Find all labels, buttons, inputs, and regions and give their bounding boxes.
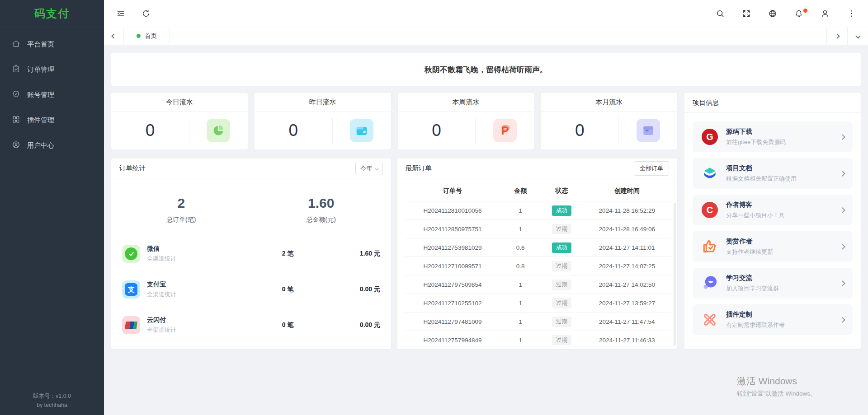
order-time: 2024-11-28 16:52:29 bbox=[583, 207, 671, 214]
topbar-right bbox=[715, 9, 856, 19]
link-title: 学习交流 bbox=[726, 274, 840, 282]
table-row[interactable]: H2024112710099571 0.8 过期 2024-11-27 14:0… bbox=[405, 256, 671, 275]
table-row[interactable]: H2024112850975751 1 过期 2024-11-28 16:49:… bbox=[405, 219, 671, 238]
quote-text: 秋阴不散霜飞晚，留得枯荷听雨声。 bbox=[425, 65, 547, 75]
sidebar-item-plugins[interactable]: 插件管理 bbox=[0, 107, 104, 133]
table-row[interactable]: H2024112810010056 1 成功 2024-11-28 16:52:… bbox=[405, 201, 671, 219]
order-amount: 1 bbox=[500, 318, 540, 325]
more-options-icon[interactable] bbox=[846, 9, 856, 19]
total-orders: 2 总订单(笔) bbox=[111, 196, 251, 224]
col-order-id: 订单号 bbox=[405, 187, 500, 195]
link-desc: 支持作者继续更新 bbox=[726, 248, 840, 256]
col-amount: 金额 bbox=[500, 187, 540, 195]
channel-row-wechat: 微信 全渠道统计 2 笔 1.60 元 bbox=[122, 239, 380, 268]
app-logo: 码支付 bbox=[0, 0, 104, 27]
stat-card-today: 今日流水 0 bbox=[111, 93, 248, 149]
table-scrollbar[interactable] bbox=[674, 203, 676, 345]
tabs-scroll-right-button[interactable] bbox=[826, 27, 847, 45]
order-amount: 1 bbox=[500, 337, 540, 344]
paypal-icon: PP bbox=[493, 119, 517, 142]
sidebar-item-orders[interactable]: 订单管理 bbox=[0, 57, 104, 82]
col-created: 创建时间 bbox=[583, 187, 671, 195]
channel-row-unionpay: 云闪付 全渠道统计 0 笔 0.00 元 bbox=[122, 311, 380, 340]
user-circle-icon bbox=[12, 140, 20, 150]
latest-orders-card: 最新订单 全部订单 订单号 金额 状态 创建时间 bbox=[397, 159, 677, 349]
stat-value: 0 bbox=[541, 121, 618, 140]
table-row[interactable]: H2024112797481009 1 过期 2024-11-27 11:47:… bbox=[405, 312, 671, 331]
refresh-icon[interactable] bbox=[141, 9, 151, 19]
sidebar-item-home[interactable]: 平台首页 bbox=[0, 32, 104, 57]
project-info-list: G 源码下载 前往gitee下载免费源码 bbox=[684, 113, 861, 345]
channel-desc: 全渠道统计 bbox=[147, 255, 245, 263]
topbar bbox=[104, 0, 868, 27]
order-amount: 1 bbox=[500, 207, 540, 214]
version-info: 版本号：v1.0.0 by techhaha bbox=[0, 392, 104, 410]
notifications-bell-icon[interactable] bbox=[794, 9, 804, 19]
sidebar-item-label: 用户中心 bbox=[27, 141, 54, 150]
plugin-icon bbox=[12, 115, 20, 125]
order-id: H2024112710099571 bbox=[405, 263, 500, 270]
stat-title: 本月流水 bbox=[541, 93, 677, 112]
link-learning-group[interactable]: 学习交流 加入项目学习交流群 bbox=[693, 268, 853, 298]
order-stats-card: 订单统计 今年 2 总订单(笔) bbox=[111, 159, 391, 349]
page-content: 秋阴不散霜飞晚，留得枯荷听雨声。 今日流水 0 bbox=[104, 45, 868, 415]
chat-icon bbox=[701, 274, 719, 292]
link-plugin-custom[interactable]: 插件定制 有定制需求请联系作者 bbox=[693, 304, 853, 335]
order-totals: 2 总订单(笔) 1.60 总金额(元) bbox=[111, 178, 391, 238]
status-badge: 过期 bbox=[552, 335, 571, 345]
status-badge: 过期 bbox=[552, 224, 571, 234]
col-status: 状态 bbox=[540, 187, 583, 195]
link-author-blog[interactable]: C 作者博客 分享一些小项目小工具 bbox=[693, 195, 853, 225]
stat-title: 昨日流水 bbox=[255, 93, 391, 112]
table-row[interactable]: H2024112710255102 1 过期 2024-11-27 13:59:… bbox=[405, 294, 671, 312]
tabs-menu-button[interactable] bbox=[847, 27, 868, 45]
version-author: by techhaha bbox=[0, 401, 104, 410]
order-id: H2024112757994849 bbox=[405, 337, 500, 344]
channel-stats-list: 微信 全渠道统计 2 笔 1.60 元 支 bbox=[111, 238, 391, 340]
total-orders-value: 2 bbox=[111, 196, 251, 211]
stat-card-yesterday: 昨日流水 0 bbox=[255, 93, 391, 149]
channel-amount: 1.60 元 bbox=[330, 250, 380, 258]
order-icon bbox=[12, 65, 20, 75]
user-profile-icon[interactable] bbox=[820, 9, 830, 19]
tab-label: 首页 bbox=[145, 32, 157, 40]
tabbar: 首页 bbox=[104, 27, 868, 45]
link-source-download[interactable]: G 源码下载 前往gitee下载免费源码 bbox=[693, 121, 853, 152]
link-project-docs[interactable]: 项目文档 根据文档相关配置正确使用 bbox=[693, 158, 853, 189]
order-stats-title: 订单统计 bbox=[119, 164, 146, 173]
channel-row-alipay: 支 支付宝 全渠道统计 0 笔 0.00 元 bbox=[122, 275, 380, 304]
table-row[interactable]: H2024112753981029 0.6 成功 2024-11-27 14:1… bbox=[405, 238, 671, 256]
order-amount: 1 bbox=[500, 281, 540, 288]
sidebar-item-accounts[interactable]: 账号管理 bbox=[0, 82, 104, 107]
status-badge: 过期 bbox=[552, 317, 571, 327]
project-info-panel: 项目信息 G 源码下载 前往gitee下载免费源码 bbox=[684, 93, 861, 349]
collapse-sidebar-icon[interactable] bbox=[116, 9, 126, 19]
channel-count: 0 笔 bbox=[245, 321, 330, 329]
total-amount-label: 总金额(元) bbox=[251, 216, 392, 224]
latest-orders-title: 最新订单 bbox=[406, 164, 432, 173]
stat-value: 0 bbox=[111, 121, 189, 140]
tab-home[interactable]: 首页 bbox=[124, 27, 170, 45]
total-amount-value: 1.60 bbox=[251, 196, 392, 211]
home-icon bbox=[12, 39, 20, 49]
tabs-scroll-left-button[interactable] bbox=[104, 27, 124, 45]
link-sponsor-author[interactable]: 赞赏作者 支持作者继续更新 bbox=[693, 231, 853, 262]
language-globe-icon[interactable] bbox=[768, 9, 778, 19]
order-time: 2024-11-27 13:59:27 bbox=[583, 300, 671, 307]
chevron-right-icon bbox=[840, 317, 845, 323]
fullscreen-icon[interactable] bbox=[741, 9, 751, 19]
gitee-icon: G bbox=[701, 128, 719, 146]
channel-amount: 0.00 元 bbox=[330, 285, 380, 294]
order-time: 2024-11-27 14:11:01 bbox=[583, 244, 671, 251]
stat-title: 本周流水 bbox=[398, 93, 534, 112]
table-row[interactable]: H2024112757994849 1 过期 2024-11-27 11:46:… bbox=[405, 331, 671, 349]
order-id: H2024112797481009 bbox=[405, 318, 500, 325]
link-desc: 有定制需求请联系作者 bbox=[726, 321, 840, 329]
sidebar-item-usercenter[interactable]: 用户中心 bbox=[0, 133, 104, 158]
year-filter-select[interactable]: 今年 bbox=[355, 162, 383, 175]
channel-desc: 全渠道统计 bbox=[147, 326, 245, 334]
search-icon[interactable] bbox=[715, 9, 725, 19]
sidebar: 码支付 平台首页 订单管理 账号管理 bbox=[0, 0, 104, 415]
table-row[interactable]: H2024112797509854 1 过期 2024-11-27 14:02:… bbox=[405, 275, 671, 294]
all-orders-button[interactable]: 全部订单 bbox=[634, 161, 669, 176]
